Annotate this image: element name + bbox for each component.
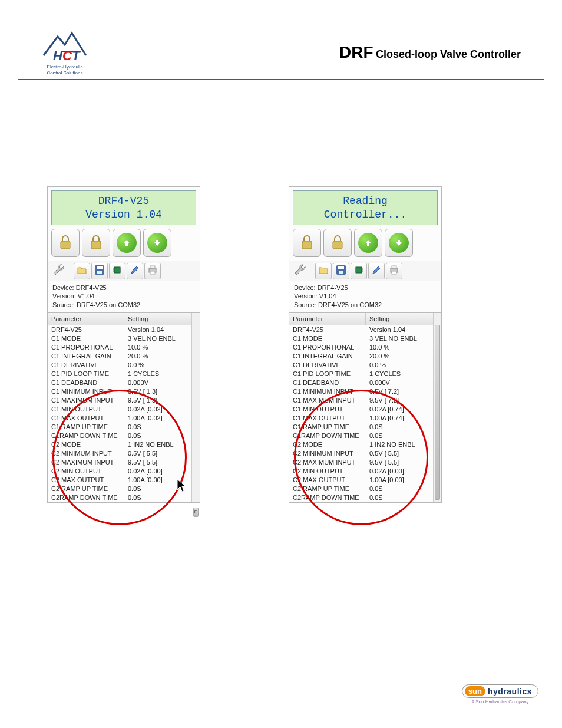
table-row[interactable]: C2 MAXIMUM INPUT9.5V [ 5.5] [48,458,200,467]
col-parameter: Parameter [48,313,124,325]
table-row[interactable]: C1 DERIVATIVE0.0 % [289,361,441,370]
table-row[interactable]: C2 MODE1 IN2 NO ENBL [289,440,441,449]
panel-title: DRF4-V25Version 1.04 [51,190,196,225]
table-row[interactable]: C2 MINIMUM INPUT0.5V [ 5.5] [48,449,200,458]
edit-button[interactable] [368,263,385,279]
table-row[interactable]: C2 RAMP UP TIME0.0S [48,485,200,493]
cell-parameter: C2 MODE [289,440,366,449]
page-header: H C T Electro-Hydraulic Control Solution… [18,0,544,80]
cell-setting: 0.5V [ 1.3] [124,387,200,396]
table-row[interactable]: C1 MAX OUTPUT1.00A [0.02] [48,414,200,423]
table-row[interactable]: C2RAMP DOWN TIME0.0S [289,493,441,502]
table-row[interactable]: C1 MINIMUM INPUT0.5V [ 1.3] [48,387,200,396]
open-button[interactable] [74,263,90,279]
table-row[interactable]: C1 PROPORTIONAL10.0 % [289,343,441,352]
table-row[interactable]: C1 DEADBAND0.000V [48,378,200,387]
table-row[interactable]: C1 MIN OUTPUT0.02A [0.02] [48,405,200,414]
edit-button[interactable] [127,263,143,279]
cell-setting: 0.0S [366,431,441,440]
panel-title: ReadingController... [293,190,438,225]
cell-parameter: C1 MIN OUTPUT [48,405,124,414]
save-button[interactable] [91,263,108,279]
cell-parameter: C1 MINIMUM INPUT [48,387,124,396]
table-row[interactable]: DRF4-V25Version 1.04 [48,325,200,334]
app-panel: DRF4-V25Version 1.04Device: DRF4-V25Vers… [47,186,200,503]
table-row[interactable]: C1 PROPORTIONAL10.0 % [48,343,200,352]
download-button[interactable] [143,229,171,257]
cell-parameter: C1 MIN OUTPUT [289,405,366,414]
cell-parameter: C1 MAX OUTPUT [289,414,366,423]
lock-button-1[interactable] [51,229,80,257]
table-row[interactable]: DRF4-V25Version 1.04 [289,325,441,334]
scrollbar[interactable] [433,313,441,502]
scrollbar[interactable]: E [191,313,200,502]
device-button[interactable] [351,263,367,279]
save-icon [336,265,346,277]
arrow-down-icon [389,233,409,253]
logo-tagline-1: Electro-Hydraulic [47,65,83,70]
table-row[interactable]: C1RAMP DOWN TIME0.0S [48,431,200,440]
lock-button-1[interactable] [293,229,321,257]
table-row[interactable]: C1 MAX OUTPUT1.00A [0.74] [289,414,441,423]
table-row[interactable]: C1 MAXIMUM INPUT9.5V [ 7.2] [289,396,441,405]
download-button[interactable] [385,229,413,257]
upload-button[interactable] [354,229,382,257]
table-row[interactable]: C1 MODE3 VEL NO ENBL [289,334,441,343]
lock-button-2[interactable] [82,229,110,257]
table-row[interactable]: C2 RAMP UP TIME0.0S [289,485,441,493]
logo-tagline-2: Control Solutions [47,71,83,75]
cell-parameter: C1 MODE [48,334,124,343]
table-row[interactable]: C1 INTEGRAL GAIN20.0 % [289,352,441,361]
print-button[interactable] [144,263,161,279]
table-row[interactable]: C1 PID LOOP TIME1 CYCLES [48,370,200,378]
upload-button[interactable] [113,229,141,257]
table-row[interactable]: C1 PID LOOP TIME1 CYCLES [289,370,441,378]
table-row[interactable]: C2 MIN OUTPUT0.02A [0.00] [289,467,441,476]
svg-rect-24 [356,267,362,273]
col-setting: Setting [366,313,441,325]
svg-rect-18 [150,271,155,274]
table-row[interactable]: C1 MODE3 VEL NO ENBL [48,334,200,343]
device-button[interactable] [109,263,125,279]
table-row[interactable]: C1RAMP DOWN TIME0.0S [289,431,441,440]
toolbar [289,261,441,281]
svg-rect-8 [97,271,102,274]
save-icon [94,265,105,277]
table-row[interactable]: C1 DEADBAND0.000V [289,378,441,387]
cell-setting: 20.0 % [124,352,200,361]
cell-setting: 3 VEL NO ENBL [124,334,200,343]
table-row[interactable]: C1 RAMP UP TIME0.0S [48,423,200,431]
table-row[interactable]: C2 MIN OUTPUT0.02A [0.00] [48,467,200,476]
table-row[interactable]: C1 MINIMUM INPUT0.5V [ 7.2] [289,387,441,396]
table-row[interactable]: C2 MAXIMUM INPUT9.5V [ 5.5] [289,458,441,467]
col-setting: Setting [124,313,200,325]
cell-setting: 3 VEL NO ENBL [366,334,441,343]
table-row[interactable]: C1 MIN OUTPUT0.02A [0.74] [289,405,441,414]
lock-icon [90,235,103,252]
cell-parameter: C2 MODE [48,440,124,449]
svg-rect-9 [114,267,120,273]
table-row[interactable]: C1 DERIVATIVE0.0 % [48,361,200,370]
scrollbar-thumb[interactable] [435,325,440,500]
arrow-down-icon [147,233,167,253]
mountain-logo-icon: H C T [41,29,88,64]
table-row[interactable]: C2 MAX OUTPUT1.00A [0.00] [289,476,441,485]
lock-button-2[interactable] [323,229,352,257]
table-row[interactable]: C2 MAX OUTPUT1.00A [0.00] [48,476,200,485]
print-button[interactable] [386,263,402,279]
cell-parameter: C2RAMP DOWN TIME [48,493,124,502]
table-row[interactable]: C2 MINIMUM INPUT0.5V [ 5.5] [289,449,441,458]
cell-setting: 0.02A [0.02] [124,405,200,414]
table-row[interactable]: C1 RAMP UP TIME0.0S [289,423,441,431]
parameter-table: ParameterSettingDRF4-V25Version 1.04C1 M… [48,312,200,502]
save-button[interactable] [333,263,349,279]
table-row[interactable]: C1 MAXIMUM INPUT9.5V [ 1.3] [48,396,200,405]
table-row[interactable]: C2 MODE1 IN2 NO ENBL [48,440,200,449]
scrollbar-thumb[interactable]: E [193,508,199,517]
svg-text:T: T [72,48,81,63]
cell-setting: 20.0 % [366,352,441,361]
open-button[interactable] [315,263,332,279]
cell-parameter: C1 INTEGRAL GAIN [289,352,366,361]
table-row[interactable]: C2RAMP DOWN TIME0.0S [48,493,200,502]
table-row[interactable]: C1 INTEGRAL GAIN20.0 % [48,352,200,361]
